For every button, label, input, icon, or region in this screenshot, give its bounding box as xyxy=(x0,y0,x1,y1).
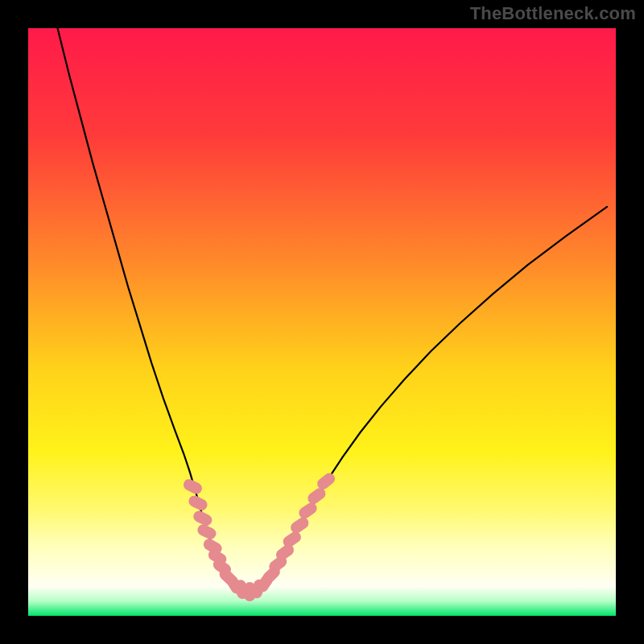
plot-area xyxy=(28,28,616,616)
chart-container: TheBottleneck.com xyxy=(0,0,644,644)
watermark-text: TheBottleneck.com xyxy=(470,3,636,24)
gradient-background xyxy=(28,28,616,616)
chart-svg xyxy=(28,28,616,616)
